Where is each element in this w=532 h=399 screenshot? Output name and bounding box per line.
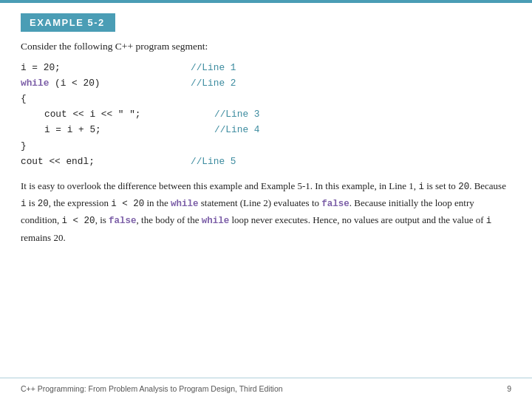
code-text-6: } (21, 138, 191, 154)
code-comment-1: //Line 1 (191, 60, 236, 75)
code-20-1: 20 (458, 182, 469, 192)
keyword-while-inline-2: while (202, 216, 230, 226)
intro-text: Consider the following C++ program segme… (21, 41, 511, 52)
code-line-6: } (21, 138, 511, 154)
code-comment-4: //Line 3 (214, 106, 259, 122)
code-comment-2: //Line 2 (191, 75, 236, 91)
top-bar (0, 0, 532, 3)
footer: C++ Programming: From Problem Analysis t… (0, 384, 532, 393)
code-text-3: { (21, 91, 191, 106)
code-line-2: while (i < 20) //Line 2 (21, 75, 511, 91)
footer-text: C++ Programming: From Problem Analysis t… (21, 384, 283, 393)
code-false-2: false (109, 216, 137, 226)
code-line-4: cout << i << " "; //Line 3 (21, 106, 511, 122)
code-text-4: cout << i << " "; (44, 106, 214, 122)
code-comment-7: //Line 5 (191, 154, 236, 169)
page-container: EXAMPLE 5-2 Consider the following C++ p… (0, 0, 532, 399)
code-text-5: i = i + 5; (44, 122, 214, 137)
code-20-2: 20 (38, 199, 49, 209)
code-i-3: i (486, 216, 492, 226)
code-line-5: i = i + 5; //Line 4 (21, 122, 511, 137)
footer-line (0, 378, 532, 378)
example-header: EXAMPLE 5-2 (21, 13, 115, 32)
keyword-while-1: while (21, 78, 49, 89)
code-i-2: i (21, 199, 27, 209)
code-expr-2: i < 20 (62, 216, 95, 226)
code-text-2: while (i < 20) (21, 75, 191, 91)
code-text-1: i = 20; (21, 60, 191, 75)
code-line-1: i = 20; //Line 1 (21, 60, 511, 75)
keyword-while-inline-1: while (171, 199, 199, 209)
code-line-3: { (21, 91, 511, 106)
page-number: 9 (507, 384, 511, 393)
code-i-1: i (418, 182, 424, 192)
code-line-7: cout << endl; //Line 5 (21, 154, 511, 169)
code-text-7: cout << endl; (21, 154, 191, 169)
description-paragraph: It is easy to overlook the difference be… (21, 178, 511, 246)
code-expr-1: i < 20 (111, 199, 144, 209)
code-false-1: false (321, 199, 349, 209)
code-block: i = 20; //Line 1 while (i < 20) //Line 2… (21, 60, 511, 169)
content-area: Consider the following C++ program segme… (21, 41, 511, 369)
code-comment-5: //Line 4 (214, 122, 259, 137)
example-label: EXAMPLE 5-2 (30, 17, 105, 28)
